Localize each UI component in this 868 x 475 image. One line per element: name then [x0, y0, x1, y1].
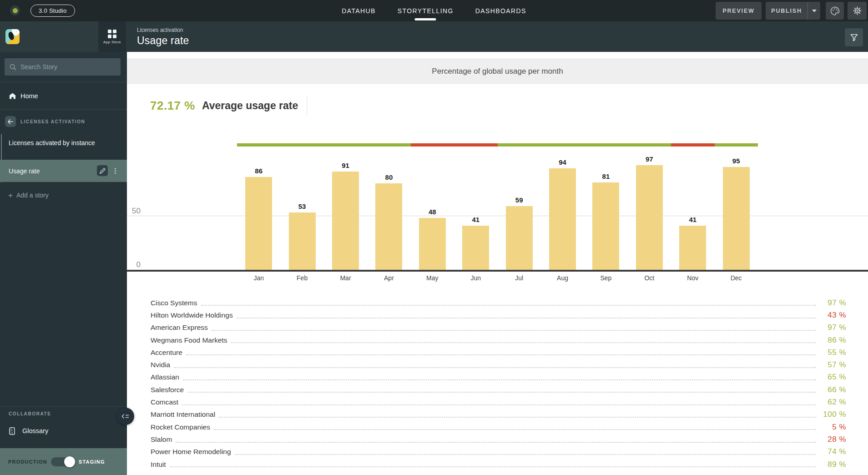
app-logo[interactable] — [5, 29, 20, 44]
back-button[interactable] — [5, 116, 16, 127]
tab-storytelling[interactable]: STORYTELLING — [398, 0, 454, 21]
bar-column-jun: 41 — [454, 120, 497, 270]
kpi-row: 72.17 % Average usage rate — [150, 95, 307, 116]
bar-jan[interactable] — [245, 177, 272, 270]
divider — [0, 109, 127, 110]
bar-column-aug: 94 — [541, 120, 584, 270]
tab-datahub[interactable]: DATAHUB — [342, 0, 376, 21]
x-tick-mar: Mar — [324, 274, 367, 282]
sidebar-item-glossary[interactable]: A Z Glossary — [0, 423, 127, 439]
toggle-knob[interactable] — [64, 456, 75, 467]
dotted-leader — [183, 379, 816, 380]
bar-mar[interactable] — [332, 172, 359, 270]
company-row: Slalom28 % — [151, 433, 846, 445]
bar-column-may: 48 — [411, 120, 454, 270]
bar-oct[interactable] — [636, 165, 663, 270]
y-tick-0: 0 — [127, 260, 141, 269]
company-row: Hilton Worldwide Holdings43 % — [151, 309, 846, 321]
plus-icon: + — [8, 192, 13, 199]
story-search[interactable] — [5, 58, 121, 76]
search-icon — [10, 64, 16, 71]
x-axis-labels: JanFebMarAprMayJunJulAugSepOctNovDec — [237, 274, 758, 282]
bar-nov[interactable] — [679, 226, 706, 270]
arrow-left-icon — [8, 119, 13, 124]
bar-may[interactable] — [419, 218, 446, 270]
bar-dec[interactable] — [723, 167, 750, 270]
app-store-button[interactable]: App Store — [98, 21, 126, 52]
bar-value-label: 86 — [255, 167, 262, 175]
bar-value-label: 41 — [689, 216, 696, 223]
x-tick-apr: Apr — [367, 274, 410, 282]
tab-dashboards[interactable]: DASHBOARDS — [475, 0, 526, 21]
company-name: Intuit — [151, 460, 166, 469]
company-row: Salesforce66 % — [151, 384, 846, 396]
bar-jun[interactable] — [462, 226, 489, 270]
environment-toggle[interactable] — [51, 457, 74, 466]
publish-button-group: PUBLISH — [766, 2, 820, 20]
company-row: Nvidia57 % — [151, 359, 846, 371]
x-tick-jul: Jul — [497, 274, 540, 282]
company-row: Comcast62 % — [151, 396, 846, 408]
bar-column-nov: 41 — [671, 120, 714, 270]
dotted-leader — [219, 417, 816, 418]
bar-sep[interactable] — [592, 182, 619, 270]
company-value: 97 % — [820, 323, 846, 332]
x-tick-oct: Oct — [628, 274, 671, 282]
company-value: 74 % — [820, 447, 846, 456]
collapse-sidebar-button[interactable] — [117, 408, 134, 425]
x-tick-jun: Jun — [454, 274, 497, 282]
preview-button[interactable]: PREVIEW — [716, 2, 762, 20]
dotted-leader — [235, 454, 816, 455]
breadcrumb[interactable]: Licenses activation — [137, 27, 868, 33]
company-value: 57 % — [820, 360, 846, 369]
bar-column-feb: 53 — [280, 120, 323, 270]
bar-feb[interactable] — [289, 212, 316, 270]
page-title: Usage rate — [137, 35, 868, 47]
theme-palette-button[interactable] — [826, 2, 844, 20]
publish-button[interactable]: PUBLISH — [766, 2, 807, 20]
sidebar-item-home[interactable]: Home — [0, 86, 127, 106]
edit-story-button[interactable] — [97, 165, 108, 176]
company-name: American Express — [151, 323, 208, 332]
bar-apr[interactable] — [375, 183, 402, 270]
kpi-label: Average usage rate — [202, 100, 298, 112]
x-axis-line — [127, 270, 868, 272]
company-name: Slalom — [151, 435, 172, 444]
palette-icon — [830, 6, 840, 15]
filter-button[interactable] — [845, 28, 863, 46]
company-name: Accenture — [151, 349, 182, 357]
story-label: Usage rate — [9, 167, 40, 175]
company-value: 28 % — [820, 435, 846, 444]
bar-value-label: 95 — [732, 157, 740, 165]
bar-column-apr: 80 — [367, 120, 410, 270]
kpi-value: 72.17 % — [150, 99, 195, 113]
bar-value-label: 94 — [559, 158, 566, 166]
staging-label: STAGING — [79, 459, 105, 465]
bar-jul[interactable] — [506, 206, 533, 270]
company-value: 89 % — [820, 460, 846, 469]
sidebar-story-licenses-activated[interactable]: Licenses activated by instance — [0, 137, 127, 149]
story-menu-button[interactable] — [113, 166, 117, 175]
search-input[interactable] — [20, 63, 111, 71]
dotted-leader — [237, 318, 816, 318]
divider — [0, 82, 127, 82]
chart-title-band: Percentage of global usage per month — [127, 58, 868, 84]
add-story-button[interactable]: + Add a story — [0, 187, 127, 203]
glossary-label: Glossary — [22, 427, 48, 435]
company-name: Rocket Companies — [151, 423, 210, 431]
publish-dropdown-button[interactable] — [807, 2, 820, 20]
bar-aug[interactable] — [549, 168, 576, 270]
x-tick-nov: Nov — [671, 274, 714, 282]
dotted-leader — [176, 442, 816, 443]
collapse-panel-icon — [121, 413, 130, 419]
sidebar-story-usage-rate[interactable]: Usage rate — [0, 160, 127, 182]
company-name: Comcast — [151, 398, 178, 406]
company-row: Atlassian65 % — [151, 371, 846, 384]
company-value: 62 % — [820, 398, 846, 407]
settings-button[interactable] — [848, 2, 867, 20]
bar-value-label: 53 — [298, 202, 306, 210]
company-name: Marriott International — [151, 410, 215, 419]
dotted-leader — [170, 466, 816, 467]
caret-down-icon — [812, 10, 817, 12]
bar-chart: 865391804841599481974195 — [237, 120, 758, 270]
